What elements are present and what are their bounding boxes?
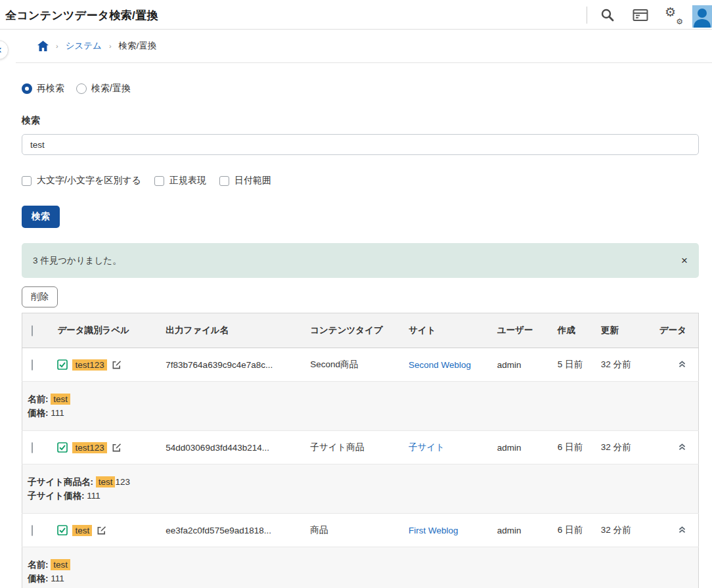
detail-value: 111 — [51, 408, 64, 418]
detail-value: 111 — [51, 574, 64, 583]
site-link[interactable]: Second Weblog — [409, 360, 471, 370]
detail-highlight: test — [51, 394, 70, 405]
col-header-content-type: コンテンツタイプ — [305, 313, 403, 348]
results-table: データ識別ラベル 出力ファイル名 コンテンツタイプ サイト ユーザー 作成 更新… — [22, 313, 699, 588]
search-mode-group: 再検索 検索/置換 — [22, 83, 699, 95]
search-submit-button[interactable]: 検索 — [22, 206, 60, 228]
user-avatar[interactable] — [692, 5, 712, 28]
table-row: test123 7f83b764a639c9c4e7a8c... Second商… — [22, 348, 699, 382]
panel-list-icon[interactable] — [624, 0, 657, 30]
checkbox-case-sensitive[interactable]: 大文字/小文字を区別する — [22, 175, 141, 187]
breadcrumb: › システム › 検索/置換 — [16, 30, 712, 63]
detail-field-name: 名前: — [28, 394, 49, 404]
user-name: admin — [492, 431, 552, 464]
detail-field-name: 子サイト商品名: — [28, 477, 93, 487]
detail-highlight: test — [96, 476, 116, 487]
delete-button[interactable]: 削除 — [22, 286, 58, 307]
breadcrumb-separator: › — [109, 42, 112, 50]
data-label: test123 — [72, 359, 106, 371]
col-header-filename: 出力ファイル名 — [160, 313, 305, 348]
output-filename: ee3fa2c0fd575e9ad1818... — [160, 514, 305, 547]
header-actions: ⚙⚙ — [587, 0, 712, 30]
radio-search-replace[interactable]: 検索/置換 — [76, 83, 131, 95]
content-type: 子サイト商品 — [305, 431, 403, 464]
radio-research[interactable]: 再検索 — [22, 83, 64, 95]
checkbox-icon — [219, 176, 229, 186]
result-alert: 3 件見つかりました。 × — [22, 243, 699, 278]
detail-after: 123 — [115, 477, 130, 487]
main-content: 再検索 検索/置換 検索 大文字/小文字を区別する 正規表現 日付範囲 検索 3… — [0, 83, 712, 588]
header-divider — [587, 7, 587, 24]
col-header-created: 作成 — [552, 313, 596, 348]
radio-research-label: 再検索 — [37, 83, 64, 95]
detail-value: 111 — [87, 491, 100, 501]
created-ago: 5 日前 — [552, 348, 596, 382]
nav-close-button[interactable]: ✕ — [0, 40, 9, 60]
app-header: 全コンテンツデータ検索/置換 ⚙⚙ — [0, 0, 712, 30]
checkbox-regex[interactable]: 正規表現 — [154, 175, 206, 187]
edit-icon[interactable] — [112, 443, 122, 453]
updated-ago: 32 分前 — [596, 431, 644, 464]
checkbox-regex-label: 正規表現 — [169, 175, 206, 187]
col-header-updated: 更新 — [596, 313, 644, 348]
data-label: test123 — [72, 442, 106, 453]
row-checkbox[interactable] — [32, 359, 33, 371]
edit-icon[interactable] — [97, 526, 106, 535]
col-header-user: ユーザー — [492, 313, 552, 348]
status-check-icon — [57, 442, 68, 453]
col-header-label: データ識別ラベル — [52, 313, 160, 348]
checkbox-case-sensitive-label: 大文字/小文字を区別する — [37, 175, 141, 187]
user-name: admin — [492, 514, 552, 547]
search-icon[interactable] — [591, 0, 624, 30]
detail-field-name: 価格: — [28, 574, 49, 583]
radio-search-replace-label: 検索/置換 — [91, 83, 131, 95]
breadcrumb-current: 検索/置換 — [119, 40, 157, 52]
content-type: Second商品 — [305, 348, 403, 382]
status-check-icon — [57, 359, 68, 370]
gears-icon[interactable]: ⚙⚙ — [657, 0, 690, 30]
site-link[interactable]: First Weblog — [409, 526, 458, 535]
site-link[interactable]: 子サイト — [409, 442, 445, 452]
output-filename: 54dd03069d3fd443b214... — [160, 431, 305, 464]
col-header-site: サイト — [403, 313, 492, 348]
select-all-checkbox[interactable] — [32, 325, 33, 336]
collapse-data-icon[interactable] — [678, 442, 686, 451]
collapse-data-icon[interactable] — [678, 525, 686, 534]
table-detail-row: 名前: test 価格: 111 — [22, 382, 699, 431]
collapse-data-icon[interactable] — [678, 359, 686, 369]
row-checkbox[interactable] — [32, 442, 33, 453]
search-options: 大文字/小文字を区別する 正規表現 日付範囲 — [22, 175, 699, 187]
home-icon[interactable] — [37, 41, 49, 51]
table-detail-row: 名前: test 価格: 111 — [22, 547, 699, 588]
checkbox-icon — [22, 176, 32, 186]
radio-unselected-icon — [76, 83, 87, 94]
breadcrumb-separator: › — [56, 42, 58, 50]
created-ago: 6 日前 — [552, 431, 596, 464]
output-filename: 7f83b764a639c9c4e7a8c... — [160, 348, 305, 382]
result-alert-message: 3 件見つかりました。 — [33, 255, 122, 267]
detail-highlight: test — [51, 559, 70, 570]
status-check-icon — [57, 525, 68, 535]
col-header-data: データ — [644, 313, 699, 348]
detail-field-name: 子サイト価格: — [28, 491, 84, 501]
table-detail-row: 子サイト商品名: test123 子サイト価格: 111 — [22, 464, 699, 514]
checkbox-icon — [154, 176, 164, 186]
search-input[interactable] — [22, 134, 699, 155]
search-field-label: 検索 — [22, 115, 699, 127]
table-row: test ee3fa2c0fd575e9ad1818... 商品 First W… — [22, 514, 699, 547]
edit-icon[interactable] — [112, 360, 122, 370]
table-header-row: データ識別ラベル 出力ファイル名 コンテンツタイプ サイト ユーザー 作成 更新… — [22, 313, 699, 348]
updated-ago: 32 分前 — [596, 348, 644, 382]
table-row: test123 54dd03069d3fd443b214... 子サイト商品 子… — [22, 431, 699, 464]
radio-selected-icon — [22, 83, 32, 94]
detail-field-name: 名前: — [28, 560, 49, 570]
user-name: admin — [492, 348, 552, 382]
breadcrumb-link-system[interactable]: システム — [66, 40, 102, 52]
data-label: test — [72, 525, 92, 536]
checkbox-date-range[interactable]: 日付範囲 — [219, 175, 271, 187]
detail-field-name: 価格: — [28, 408, 49, 418]
content-type: 商品 — [305, 514, 403, 547]
row-checkbox[interactable] — [32, 525, 33, 536]
created-ago: 6 日前 — [552, 514, 596, 547]
alert-close-icon[interactable]: × — [681, 255, 688, 266]
